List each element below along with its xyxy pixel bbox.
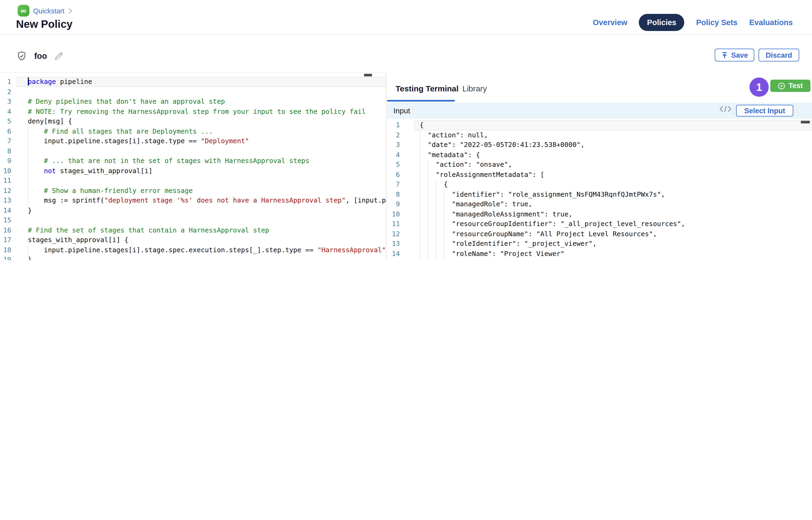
- testing-terminal-pane: Testing Terminal Library Test Input: [387, 72, 812, 260]
- indent-guide: [420, 150, 428, 160]
- input-json-editor[interactable]: 1{2"action": null,3"date": "2022-05-05T2…: [387, 119, 812, 260]
- app-window: ∞ Quickstart New Policy Overview Policie…: [0, 0, 812, 260]
- code-token: "roleIdentifier": "_project_viewer",: [452, 239, 597, 248]
- nav-tab-policy-sets[interactable]: Policy Sets: [696, 18, 737, 27]
- code-line: 9# ... that are not in the set of stages…: [0, 156, 386, 166]
- indent-guide: [444, 219, 452, 229]
- code-token: "roleName": "Project Viewer": [452, 249, 564, 257]
- indent-guide: [420, 170, 428, 180]
- input-label: Input: [394, 106, 410, 115]
- indent-guide: [428, 209, 436, 219]
- line-number: 10: [0, 166, 16, 176]
- indent-guide: [428, 160, 436, 170]
- nav-tab-evaluations[interactable]: Evaluations: [749, 18, 793, 27]
- code-line: 5deny[msg] {: [0, 116, 386, 126]
- line-number: 1: [0, 77, 16, 87]
- code-line: 5"action": "onsave",: [387, 160, 812, 170]
- code-line: 8"identifier": "role_assignment_NsFQM43R…: [387, 189, 812, 199]
- code-token: deny[msg] {: [28, 117, 72, 125]
- module-nav: Overview Policies Policy Sets Evaluation…: [593, 14, 793, 31]
- code-line: 19}: [0, 255, 386, 260]
- tab-testing-terminal[interactable]: Testing Terminal: [396, 84, 459, 93]
- edit-pencil-icon[interactable]: [54, 51, 64, 61]
- indent-guide: [444, 249, 452, 259]
- code-token: "action": null,: [428, 131, 488, 139]
- line-number: 13: [0, 196, 16, 206]
- upload-icon: [721, 52, 728, 58]
- code-line: 17stages_with_approval[i] {: [0, 235, 386, 245]
- indent-guide: [420, 180, 428, 189]
- indent-guide: [428, 199, 436, 209]
- tab-library[interactable]: Library: [462, 84, 487, 93]
- line-number: 8: [387, 189, 407, 199]
- line-number: 14: [0, 206, 16, 215]
- nav-tab-overview[interactable]: Overview: [593, 18, 627, 27]
- save-button[interactable]: Save: [715, 49, 754, 61]
- code-token: # Show a human-friendly error message: [44, 186, 193, 194]
- code-line: 7{: [387, 180, 812, 189]
- indent-guide: [28, 126, 44, 136]
- test-button[interactable]: Test: [770, 80, 810, 92]
- indent-guide: [428, 189, 436, 199]
- code-line: 11: [0, 176, 386, 186]
- indent-guide: [444, 189, 452, 199]
- indent-guide: [420, 160, 428, 170]
- indent-guide: [28, 245, 44, 255]
- input-editor-scrollbar-thumb[interactable]: [801, 121, 810, 124]
- code-line: 1{: [387, 120, 812, 130]
- code-line: 13msg := sprintf("deployment stage '%s' …: [0, 196, 386, 206]
- harness-logo-icon[interactable]: ∞: [18, 5, 29, 17]
- line-number: 3: [0, 97, 16, 107]
- indent-guide: [420, 259, 428, 260]
- code-token: {: [420, 121, 424, 129]
- indent-guide: [28, 176, 44, 186]
- code-line: 11"resourceGroupIdentifier": "_all_proje…: [387, 219, 812, 229]
- line-number: 15: [387, 259, 407, 260]
- discard-button[interactable]: Discard: [759, 49, 799, 61]
- workspace: 1package pipeline23# Deny pipelines that…: [0, 72, 812, 260]
- code-line: 2"action": null,: [387, 130, 812, 140]
- indent-guide: [444, 229, 452, 239]
- policy-editor-scrollbar-thumb[interactable]: [364, 74, 372, 76]
- code-line: 3"date": "2022-05-05T20:41:23.538+0000",: [387, 140, 812, 150]
- select-input-button[interactable]: Select Input: [736, 105, 793, 116]
- line-number: 4: [0, 107, 16, 116]
- indent-guide: [420, 140, 428, 150]
- play-icon: [778, 82, 785, 89]
- indent-guide: [420, 219, 428, 229]
- indent-guide: [428, 229, 436, 239]
- indent-guide: [420, 199, 428, 209]
- code-token: {: [444, 180, 448, 188]
- code-token: # Find all stages that are Deployments .…: [44, 127, 213, 135]
- code-line: 4"metadata": {: [387, 150, 812, 160]
- policy-editor-pane: 1package pipeline23# Deny pipelines that…: [0, 72, 386, 260]
- policy-code-editor[interactable]: 1package pipeline23# Deny pipelines that…: [0, 73, 386, 260]
- indent-guide: [420, 249, 428, 259]
- code-token: not: [44, 166, 56, 175]
- code-line: 7input.pipeline.stages[i].stage.type == …: [0, 136, 386, 146]
- code-line: 1package pipeline: [0, 77, 386, 87]
- breadcrumb-project-link[interactable]: Quickstart: [33, 7, 65, 15]
- indent-guide: [436, 219, 444, 229]
- indent-guide: [436, 209, 444, 219]
- nav-tab-policies[interactable]: Policies: [639, 14, 685, 31]
- line-number: 12: [387, 229, 407, 239]
- indent-guide: [420, 209, 428, 219]
- indent-guide: [28, 136, 44, 146]
- line-number: 18: [0, 245, 16, 255]
- terminal-tabs-row: Testing Terminal Library Test: [387, 72, 812, 103]
- indent-guide: [436, 239, 444, 249]
- code-line: 16# Find the set of stages that contain …: [0, 225, 386, 235]
- code-line: 12"resourceGroupName": "All Project Leve…: [387, 229, 812, 239]
- policy-toolbar: [0, 35, 812, 72]
- code-token: stages_with_approval[i] {: [28, 236, 128, 244]
- code-line: 3# Deny pipelines that don't have an app…: [0, 97, 386, 107]
- code-token: "roleAssignmentMetadata": [: [436, 170, 544, 178]
- code-view-icon[interactable]: [719, 106, 731, 112]
- indent-guide: [436, 199, 444, 209]
- code-token: "identifier": "role_assignment_NsFQM43Rq…: [452, 190, 665, 198]
- indent-guide: [436, 189, 444, 199]
- discard-label: Discard: [765, 51, 792, 59]
- line-number: 19: [0, 255, 16, 260]
- indent-guide: [28, 166, 44, 176]
